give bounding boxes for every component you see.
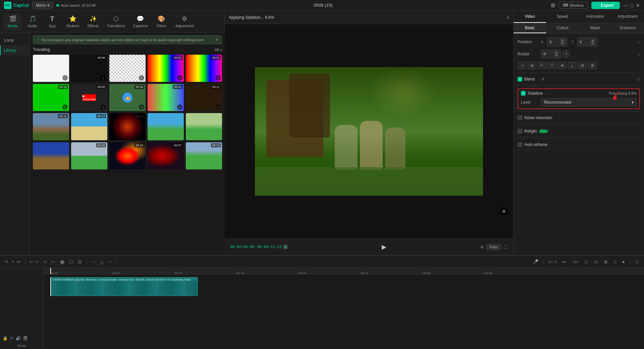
media-item[interactable]: 00:13 [186, 142, 222, 169]
sub-tab-cutout[interactable]: Cutout [546, 23, 579, 33]
bracket-button[interactable]: ⊡ [76, 258, 84, 265]
settings-icon[interactable]: ⚙ [500, 207, 508, 215]
video-track-icon[interactable]: 🎬 [23, 336, 28, 341]
download-icon[interactable]: ↓ [101, 104, 106, 110]
sub-tab-basic[interactable]: Basic [514, 23, 546, 33]
media-item[interactable]: 00:06 ↓ [71, 55, 107, 82]
select-chevron-icon[interactable]: ▾ [12, 260, 14, 263]
caption-button[interactable]: ▭ [592, 258, 600, 265]
export-button[interactable]: ↑ Export [591, 2, 620, 9]
align-top-icon[interactable]: ⊤ [548, 62, 556, 69]
mic-button[interactable]: 🎤 [531, 258, 540, 265]
undo-button[interactable]: ↩ [15, 258, 22, 265]
download-icon[interactable]: ↓ [62, 104, 68, 110]
tab-animation[interactable]: Animation [579, 11, 611, 23]
arrow-right-button[interactable]: → [89, 258, 97, 265]
blend-expand-icon[interactable]: · [538, 77, 539, 82]
media-item[interactable]: 00:13 [71, 113, 107, 140]
lock-icon[interactable]: 🔒 [3, 336, 8, 341]
media-item[interactable]: 00:11 ↓ [186, 84, 222, 111]
media-item[interactable]: 00:28 [109, 113, 146, 140]
media-item[interactable]: ↓ [109, 55, 146, 82]
media-item[interactable]: 00:04 👍 ↓ [109, 84, 146, 111]
fullscreen-icon[interactable]: ⛶ [504, 245, 508, 249]
tab-adjustment[interactable]: ⚙ Adjustment [172, 13, 197, 30]
tab-transitions[interactable]: ⬡ Transitions [104, 13, 128, 30]
crop-icon[interactable]: ⊕ [480, 245, 484, 249]
clip-split-button[interactable]: ⇔ [560, 258, 568, 265]
sticker-button[interactable]: ⊕ [602, 258, 609, 265]
media-item[interactable]: 02:11 [33, 113, 69, 140]
close-icon[interactable]: ✕ [636, 3, 640, 8]
position-x-input[interactable]: 0 ▲ ▼ [547, 38, 567, 46]
dot-button[interactable]: ● [621, 258, 627, 265]
download-icon[interactable]: ↓ [139, 104, 144, 110]
blend-chevron-icon[interactable]: ◇ [637, 77, 640, 82]
menu-button[interactable]: Menu ▾ [32, 2, 53, 9]
nav-library[interactable]: Library [0, 45, 30, 55]
triangle-button[interactable]: △ [99, 258, 106, 265]
position-y-up[interactable]: ▲ [590, 39, 595, 42]
level-dropdown[interactable]: Recommended ▾ [541, 98, 637, 106]
rotate-keyframe-icon[interactable]: ◇ [637, 52, 640, 56]
media-item[interactable]: 00:07 [148, 142, 184, 169]
relight-checkbox[interactable] [518, 129, 522, 134]
rotate-up[interactable]: ▲ [554, 51, 559, 54]
circle-button[interactable]: ○ [107, 258, 113, 265]
media-item[interactable]: 00:15 [109, 142, 146, 169]
time-indicator-icon[interactable]: ▤ [283, 245, 288, 249]
align-right-icon[interactable]: ⊢ [538, 62, 546, 69]
minimize-icon[interactable]: — [623, 3, 628, 8]
align-bottom-icon[interactable]: ⊥ [568, 62, 577, 69]
download-icon[interactable]: ↓ [101, 75, 106, 81]
audio-button[interactable]: ♫ [611, 258, 619, 265]
align-left-icon[interactable]: ⊣ [518, 62, 526, 69]
sub-tab-enhance[interactable]: Enhance [611, 23, 644, 33]
playhead[interactable] [50, 268, 51, 274]
video-clip[interactable]: 16of18 Children playing, dancing, young … [50, 277, 198, 296]
tab-adjustment-right[interactable]: Adjustment [611, 11, 644, 23]
keyframe-button[interactable]: ◇ [634, 258, 641, 265]
mark-in-button[interactable]: ⊣ [41, 258, 48, 265]
clip-freeze-button[interactable]: ▷ [583, 258, 590, 265]
tab-video[interactable]: Video [514, 11, 546, 23]
crop-timeline-button[interactable]: ▣ [58, 258, 66, 265]
pentagon-button[interactable]: ⬠ [67, 258, 75, 265]
tab-media[interactable]: 🎬 Media [3, 13, 22, 30]
rotate-reset-button[interactable]: ↺ [562, 50, 570, 58]
download-icon[interactable]: ↓ [215, 104, 221, 110]
media-item[interactable]: 00:01 ↓ [148, 84, 184, 111]
blend-checkbox[interactable]: ✓ [518, 77, 522, 82]
nav-local[interactable]: Local [0, 35, 30, 45]
audio-track-icon[interactable]: 🔊 [16, 336, 21, 341]
preview-menu-icon[interactable]: ≡ [507, 15, 509, 20]
media-item[interactable]: ↓ [33, 55, 69, 82]
select-tool-button[interactable]: ↖ [3, 258, 11, 265]
media-item[interactable] [148, 113, 184, 140]
shortcut-button[interactable]: ⌨ Shortcut [558, 2, 588, 9]
media-item[interactable]: 00:01 ↓ [186, 55, 222, 82]
download-icon[interactable]: ↓ [177, 75, 182, 81]
relight-section[interactable]: Relight New · [518, 126, 640, 137]
align-center-h-icon[interactable]: ⊕ [528, 62, 536, 69]
media-item[interactable] [186, 113, 222, 140]
media-item[interactable] [33, 142, 69, 169]
rotate-down[interactable]: ▼ [554, 54, 559, 57]
position-keyframe-icon[interactable]: ◇ [637, 40, 640, 44]
eye-icon[interactable]: 👁 [10, 336, 14, 341]
tab-captions[interactable]: 💬 Captions [130, 13, 151, 30]
stabilize-checkbox[interactable]: ✓ [521, 91, 526, 96]
auto-reframe-checkbox[interactable] [518, 142, 522, 147]
maximize-icon[interactable]: □ [631, 3, 633, 8]
media-item[interactable]: 00:20 [71, 142, 107, 169]
clip-join-button[interactable]: ⊢⊣ [547, 258, 558, 265]
blend-section-header[interactable]: ✓ Blend · ↺ ◇ [518, 74, 640, 85]
position-x-up[interactable]: ▲ [560, 39, 565, 42]
split-button[interactable]: ⊢⊣ [28, 258, 40, 265]
tab-audio[interactable]: 🎵 Audio [23, 13, 42, 30]
media-item[interactable]: 00:10 ↓ [33, 84, 69, 111]
download-icon[interactable]: ↓ [139, 75, 144, 81]
media-item[interactable]: 00:05 ▶ Subscribe ↓ [71, 84, 107, 111]
position-y-down[interactable]: ▼ [590, 42, 595, 45]
rotate-input[interactable]: 0° ▲ ▼ [541, 50, 561, 58]
